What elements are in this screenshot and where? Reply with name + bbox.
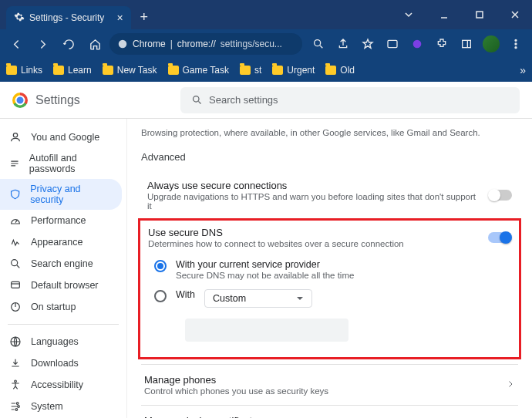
row-sub: Upgrade navigations to HTTPS and warn yo… [147,192,481,211]
reload-button[interactable] [57,32,80,56]
radio-icon [154,290,167,302]
bookmark-folder[interactable]: Urgent [272,65,315,76]
menu-icon[interactable] [504,32,527,56]
radio-icon [154,260,167,272]
dns-provider-select[interactable]: Custom [204,289,312,308]
svg-point-6 [515,39,517,41]
chevron-down-icon[interactable] [392,0,426,29]
url-scheme: chrome:// [177,39,216,49]
advanced-heading: Advanced [141,145,518,172]
secure-dns-highlight: Use secure DNS Determines how to connect… [138,218,521,359]
folder-icon [6,66,17,75]
close-window-button[interactable] [498,0,532,29]
sidebar-item-accessibility[interactable]: Accessibility [0,374,122,396]
ext-ball-icon[interactable] [406,32,429,56]
sidebar-item-languages[interactable]: Languages [0,331,122,352]
share-icon[interactable] [332,32,355,56]
url-path: settings/secu... [221,39,282,49]
search-placeholder: Search settings [209,94,278,106]
custom-dns-input[interactable] [185,319,348,342]
row-sub: Determines how to connect to websites ov… [148,239,480,248]
bookmarks-bar: Links Learn New Task Game Task st Urgent… [0,59,532,82]
settings-main: Browsing protection, where available, in… [127,82,532,418]
svg-point-18 [15,409,18,411]
settings-sidebar: You and Google Autofill and passwords Pr… [0,82,127,418]
secure-dns-toggle[interactable] [488,232,511,243]
page-title: Settings [35,93,80,107]
sidebar-item-you-and-google[interactable]: You and Google [0,126,122,148]
sidebar-item-default-browser[interactable]: Default browser [0,275,122,296]
svg-point-8 [515,47,517,49]
bookmarks-overflow[interactable]: » [520,64,526,76]
chrome-icon [117,39,128,49]
bookmark-folder[interactable]: Links [6,65,42,76]
maximize-button[interactable] [463,0,497,29]
tab-title: Settings - Security [29,12,104,23]
folder-icon [53,66,64,75]
always-secure-row: Always use secure connections Upgrade na… [141,172,518,218]
svg-point-10 [13,133,17,137]
svg-rect-5 [463,40,471,47]
sidepanel-icon[interactable] [455,32,478,56]
bookmark-folder[interactable]: New Task [103,65,157,76]
svg-point-11 [12,260,18,266]
dns-option-current-provider[interactable]: With your current service provider Secur… [154,255,514,285]
svg-point-16 [16,403,19,405]
cast-icon[interactable] [381,32,404,56]
url-host: Chrome [133,39,166,49]
home-button[interactable] [83,32,106,56]
sidebar-item-performance[interactable]: Performance [0,210,122,231]
svg-rect-3 [388,40,397,47]
sidebar-item-system[interactable]: System [0,396,122,417]
bookmark-folder[interactable]: Learn [53,65,92,76]
search-icon[interactable] [307,32,330,56]
settings-search[interactable]: Search settings [180,87,520,113]
bookmark-folder[interactable]: st [240,65,261,76]
star-icon[interactable] [356,32,379,56]
svg-point-7 [515,43,517,45]
profile-avatar[interactable] [480,32,503,56]
folder-icon [103,66,113,75]
row-title: Use secure DNS [148,227,480,238]
sidebar-item-appearance[interactable]: Appearance [0,231,122,253]
svg-rect-0 [476,12,483,18]
sidebar-item-autofill[interactable]: Autofill and passwords [0,148,122,179]
svg-point-1 [119,40,127,49]
sidebar-item-on-startup[interactable]: On startup [0,296,122,318]
minimize-button[interactable] [427,0,461,29]
prev-section-overflow: Browsing protection, where available, in… [141,128,518,145]
row-title: Always use secure connections [147,180,481,191]
bookmark-folder[interactable]: Game Task [168,65,229,76]
folder-icon [272,66,283,75]
gear-icon [14,12,25,25]
svg-point-17 [18,406,20,408]
svg-point-15 [15,380,17,383]
sidebar-item-privacy-security[interactable]: Privacy and security [0,179,122,210]
chevron-right-icon [506,379,515,391]
dns-option-custom[interactable]: With Custom [154,285,514,312]
new-tab-button[interactable]: + [140,9,149,25]
tab-close-icon[interactable]: × [116,12,123,24]
extensions-icon[interactable] [430,32,453,56]
forward-button[interactable] [31,32,54,56]
sidebar-item-search-engine[interactable]: Search engine [0,253,122,275]
manage-phones-row[interactable]: Manage phones Control which phones you u… [141,364,518,405]
folder-icon [168,66,179,75]
search-icon [191,94,203,106]
bookmark-folder[interactable]: Old [325,65,355,76]
sidebar-item-downloads[interactable]: Downloads [0,352,122,374]
back-button[interactable] [5,32,28,56]
svg-rect-12 [12,281,20,288]
chrome-logo [12,93,28,108]
browser-tab[interactable]: Settings - Security × [6,6,131,29]
dropdown-arrow-icon [296,295,304,302]
svg-point-4 [413,40,422,49]
folder-icon [240,66,251,75]
svg-point-2 [315,40,321,46]
svg-point-9 [194,96,200,103]
folder-icon [325,66,336,75]
always-secure-toggle[interactable] [489,190,512,201]
address-bar[interactable]: Chrome | chrome://settings/secu... [109,33,302,55]
manage-device-certs-row[interactable]: Manage device certificates Manage HTTPS/… [141,405,518,418]
